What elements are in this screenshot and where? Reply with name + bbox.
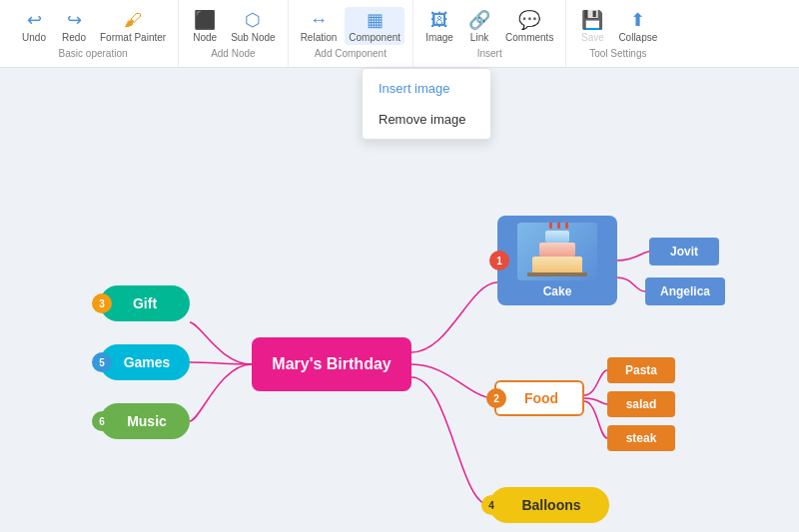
relation-button[interactable]: ↔ Relation xyxy=(297,8,342,45)
link-icon: 🔗 xyxy=(468,9,490,31)
link-button[interactable]: 🔗 Link xyxy=(461,7,497,45)
steak-label: steak xyxy=(626,431,657,445)
undo-icon: ↩ xyxy=(27,9,42,31)
add-node-label: Add Node xyxy=(211,48,255,59)
toolbar-group-add-component: ↔ Relation ▦ Component Add Component xyxy=(289,0,413,67)
component-button[interactable]: ▦ Component xyxy=(345,7,404,45)
food-badge: 2 xyxy=(486,388,506,408)
sub-node-icon: ⬡ xyxy=(245,9,261,31)
comments-icon: 💬 xyxy=(518,9,540,31)
pasta-node[interactable]: Pasta xyxy=(607,357,675,383)
image-icon: 🖼 xyxy=(430,10,448,31)
undo-button[interactable]: ↩ Undo xyxy=(16,7,52,45)
gift-node[interactable]: 3 Gift xyxy=(100,285,190,321)
balloons-node[interactable]: 4 Balloons xyxy=(489,487,609,523)
games-badge: 5 xyxy=(92,352,112,372)
games-label: Games xyxy=(124,354,171,370)
gift-badge: 3 xyxy=(92,293,112,313)
sub-node-button[interactable]: ⬡ Sub Node xyxy=(227,7,279,45)
music-label: Music xyxy=(127,413,167,429)
relation-icon: ↔ xyxy=(310,10,328,31)
remove-image-item[interactable]: Remove image xyxy=(363,104,490,135)
collapse-button[interactable]: ⬆ Collapse xyxy=(614,7,661,45)
image-button[interactable]: 🖼 Image xyxy=(421,8,457,45)
image-label: Image xyxy=(425,32,453,43)
games-node[interactable]: 5 Games xyxy=(100,344,190,380)
node-button[interactable]: ⬛ Node xyxy=(187,7,223,45)
angelica-node[interactable]: Angelica xyxy=(645,277,725,305)
node-icon: ⬛ xyxy=(194,9,216,31)
cake-image xyxy=(517,223,597,280)
jovit-label: Jovit xyxy=(670,245,698,259)
insert-label: Insert xyxy=(477,48,502,59)
angelica-label: Angelica xyxy=(660,284,710,298)
center-node-label: Mary's Birthday xyxy=(272,355,391,373)
food-label: Food xyxy=(524,390,558,406)
save-label: Save xyxy=(581,32,604,43)
toolbar-group-add-node: ⬛ Node ⬡ Sub Node Add Node xyxy=(179,0,288,67)
steak-node[interactable]: steak xyxy=(607,425,675,451)
center-node[interactable]: Mary's Birthday xyxy=(252,337,411,391)
relation-label: Relation xyxy=(301,32,338,43)
undo-label: Undo xyxy=(22,32,46,43)
cake-badge: 1 xyxy=(489,251,509,270)
save-button[interactable]: 💾 Save xyxy=(574,7,610,45)
music-node[interactable]: 6 Music xyxy=(100,403,190,439)
salad-label: salad xyxy=(626,397,657,411)
node-label: Node xyxy=(193,32,217,43)
salad-node[interactable]: salad xyxy=(607,391,675,417)
format-painter-label: Format Painter xyxy=(100,32,166,43)
redo-icon: ↪ xyxy=(67,9,82,31)
comments-label: Comments xyxy=(505,32,553,43)
format-painter-button[interactable]: 🖌 Format Painter xyxy=(96,8,170,45)
sub-node-label: Sub Node xyxy=(231,32,275,43)
cake-label: Cake xyxy=(543,284,572,298)
collapse-label: Collapse xyxy=(618,32,657,43)
tool-settings-label: Tool Settings xyxy=(589,48,646,59)
add-component-label: Add Component xyxy=(315,48,387,59)
format-painter-icon: 🖌 xyxy=(124,10,142,31)
food-node[interactable]: 2 Food xyxy=(494,380,584,416)
pasta-label: Pasta xyxy=(625,363,657,377)
toolbar: ↩ Undo ↪ Redo 🖌 Format Painter Basic ope… xyxy=(0,0,799,68)
collapse-icon: ⬆ xyxy=(630,9,645,31)
toolbar-group-basic: ↩ Undo ↪ Redo 🖌 Format Painter Basic ope… xyxy=(8,0,179,67)
redo-button[interactable]: ↪ Redo xyxy=(56,7,92,45)
toolbar-group-tool-settings: 💾 Save ⬆ Collapse Tool Settings xyxy=(566,0,669,67)
insert-image-item[interactable]: Insert image xyxy=(363,73,490,104)
music-badge: 6 xyxy=(92,411,112,431)
balloons-label: Balloons xyxy=(521,497,580,513)
component-icon: ▦ xyxy=(367,9,384,31)
save-icon: 💾 xyxy=(581,9,603,31)
link-label: Link xyxy=(470,32,488,43)
insert-dropdown-menu: Insert image Remove image xyxy=(362,68,491,140)
basic-operation-label: Basic operation xyxy=(59,48,128,59)
cake-node[interactable]: 1 xyxy=(497,216,617,305)
jovit-node[interactable]: Jovit xyxy=(649,238,719,266)
balloons-badge: 4 xyxy=(481,495,501,515)
component-label: Component xyxy=(349,32,400,43)
gift-label: Gift xyxy=(133,295,157,311)
toolbar-group-insert: 🖼 Image 🔗 Link 💬 Comments Insert xyxy=(413,0,566,67)
comments-button[interactable]: 💬 Comments xyxy=(501,7,557,45)
redo-label: Redo xyxy=(62,32,86,43)
